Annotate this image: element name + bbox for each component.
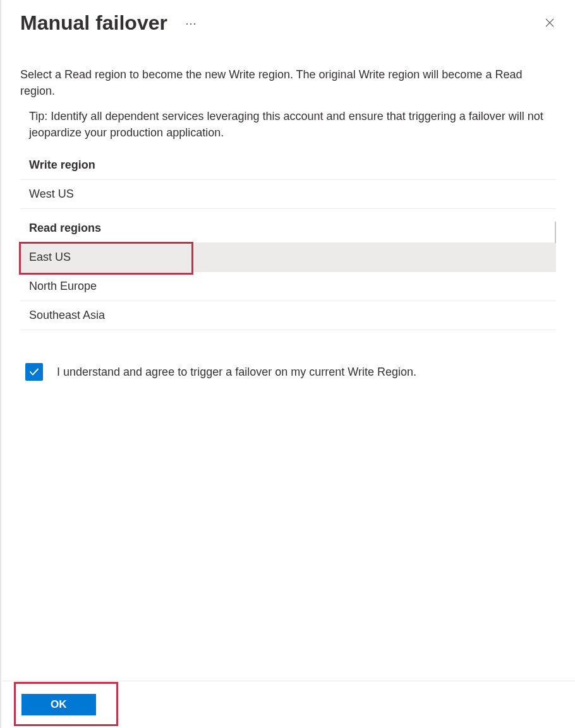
ok-button[interactable]: OK <box>21 694 96 715</box>
consent-label: I understand and agree to trigger a fail… <box>57 366 416 379</box>
region-label: North Europe <box>29 280 97 292</box>
panel-content: Select a Read region to become the new W… <box>1 35 575 381</box>
write-region-section: Write region West US <box>20 158 556 209</box>
close-icon <box>544 17 555 28</box>
panel-header: Manual failover ⋯ <box>1 0 575 35</box>
region-label: Southeast Asia <box>29 309 105 321</box>
more-options-icon[interactable]: ⋯ <box>185 16 197 30</box>
tip-text: Tip: Identify all dependent services lev… <box>20 108 556 141</box>
write-region-header: Write region <box>20 158 556 180</box>
read-regions-header: Read regions <box>20 222 555 243</box>
read-regions-section: Read regions East US North Europe Southe… <box>20 222 556 330</box>
panel-title: Manual failover <box>20 11 167 35</box>
write-region-value: West US <box>20 180 556 209</box>
read-region-row-southeast-asia[interactable]: Southeast Asia <box>20 301 556 330</box>
description-text: Select a Read region to become the new W… <box>20 66 556 99</box>
checkmark-icon <box>28 366 40 378</box>
consent-checkbox[interactable] <box>25 363 43 381</box>
header-left: Manual failover ⋯ <box>20 11 197 35</box>
close-button[interactable] <box>543 17 556 30</box>
read-region-row-east-us[interactable]: East US <box>20 243 556 272</box>
read-region-row-north-europe[interactable]: North Europe <box>20 272 556 301</box>
panel-footer: OK <box>3 681 575 728</box>
consent-row: I understand and agree to trigger a fail… <box>20 363 556 381</box>
region-label: East US <box>29 251 71 263</box>
